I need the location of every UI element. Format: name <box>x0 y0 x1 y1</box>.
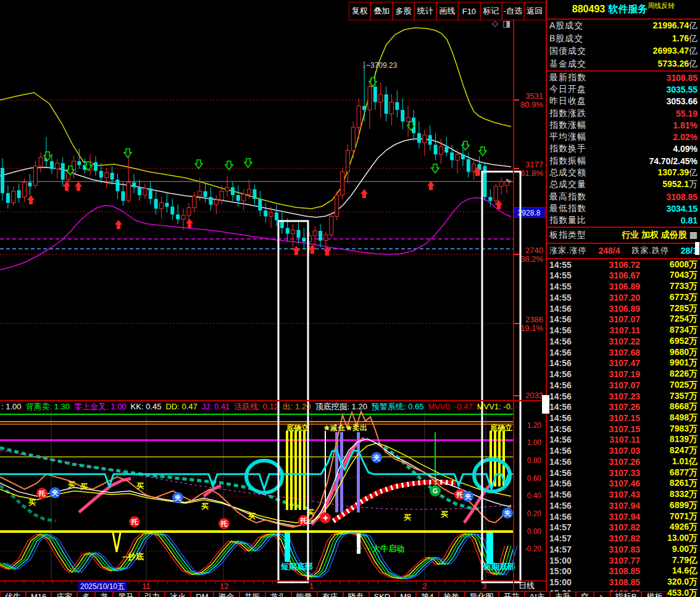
tick-row: 14:563107.158498万 <box>547 412 700 424</box>
quote-row: 指数涨幅1.81% <box>547 119 700 131</box>
tick-price: 3107.68 <box>581 348 640 357</box>
quote-row: A股成交21996.74亿 <box>547 20 700 33</box>
tick-row: 15:003107.777.79亿 <box>547 555 700 566</box>
tick-price: 3107.47 <box>581 358 640 368</box>
bottom-tab-模板[interactable]: 模板 <box>641 591 667 597</box>
tick-price: 3107.26 <box>581 457 640 467</box>
bottom-tab-指标B[interactable]: 指标B <box>610 591 642 597</box>
oscillator-wave <box>6 533 517 579</box>
menu-button--自选[interactable]: -自选 <box>502 2 523 20</box>
bottom-tab-黑马[interactable]: 黑马 <box>113 591 139 597</box>
tick-time: 15:00 <box>549 577 581 587</box>
tick-row: 14:563107.438332万 <box>547 489 700 500</box>
quote-row-label: 国债成交 <box>549 46 586 57</box>
tick-row: 14:563107.268668万 <box>547 401 700 412</box>
tick-time: 14:55 <box>549 260 581 270</box>
bottom-tab-龙头[interactable]: 龙头 <box>265 591 291 597</box>
tick-time: 14:56 <box>549 380 581 390</box>
indicator-scale-label: 0.20 <box>527 509 542 518</box>
indicator-scale-label: 0.60 <box>527 474 542 483</box>
scrollbar-thumb[interactable] <box>695 242 699 255</box>
svg-text:托: 托 <box>456 491 464 498</box>
bottom-tab-冰火[interactable]: 冰火 <box>165 591 191 597</box>
bottom-tab-有庄[interactable]: 有庄 <box>317 591 343 597</box>
grid-icon[interactable]: ▦ <box>690 230 698 240</box>
menu-button-F10[interactable]: F10 <box>458 2 480 20</box>
bottom-tab-M8[interactable]: M8 <box>395 591 416 597</box>
indicator-header: : 1.00背离卖: 1.30零上金叉: 1.00KK: 0.45DD: 0.4… <box>1 401 512 411</box>
tick-price: 3107.82 <box>581 522 640 532</box>
svg-text:托: 托 <box>300 517 307 524</box>
tick-time: 14:56 <box>549 424 581 434</box>
tick-volume: 8247万 <box>640 445 698 456</box>
tick-volume: 8498万 <box>640 412 698 424</box>
fib-price-label: 2740 <box>525 246 543 255</box>
bottom-tab-引力[interactable]: 引力 <box>139 591 165 597</box>
menu-button-统计[interactable]: 统计 <box>414 2 436 20</box>
bottom-tab-AI主[interactable]: AI主 <box>525 591 550 597</box>
bottom-tab-庄家[interactable]: 庄家 <box>51 591 77 597</box>
stair-line <box>0 486 56 521</box>
tick-volume: 9901万 <box>640 357 698 369</box>
buy-text-marker: 买 <box>28 498 36 507</box>
panel-divider-handle[interactable] <box>542 395 549 414</box>
bottom-tab-主升[interactable]: 主升 <box>550 591 576 597</box>
buy-arrow-icon <box>427 181 435 190</box>
menu-button-画线[interactable]: 画线 <box>436 2 458 20</box>
indicator-param: KK: 0.45 <box>131 402 162 411</box>
quote-row-label: B股成交 <box>549 33 583 44</box>
tick-row: 14:553107.206773万 <box>547 292 700 303</box>
quote-row-label: 指数振幅 <box>549 156 586 167</box>
bottom-tab-空[interactable]: 空 <box>576 591 594 597</box>
bottom-tab-共振[interactable]: 共振 <box>240 591 265 597</box>
tick-list[interactable]: 14:553106.726008万14:553106.677043万14:553… <box>547 259 700 597</box>
board-type-row[interactable]: 板指类型 行业 加权 成份股 ▦ <box>547 228 700 244</box>
tick-volume: 7025万 <box>640 380 698 391</box>
tick-time: 14:56 <box>549 446 581 456</box>
axis-month-label: 12 <box>220 582 228 591</box>
svg-text:托: 托 <box>131 518 138 525</box>
bottom-tab-龙[interactable]: 龙 <box>95 591 113 597</box>
bottom-tab-能量[interactable]: 能量 <box>291 591 317 597</box>
tick-volume: 7071万 <box>640 511 698 522</box>
svg-text:夹: 夹 <box>504 509 512 517</box>
bottom-tab-↘[interactable]: ↘ <box>594 591 610 597</box>
tick-price: 3107.26 <box>581 402 640 412</box>
menu-button-多股[interactable]: 多股 <box>393 2 414 20</box>
menu-button-叠加[interactable]: 叠加 <box>370 2 392 20</box>
tick-volume: 6899万 <box>640 500 698 511</box>
tick-time: 14:55 <box>549 270 581 280</box>
turnover-section: A股成交21996.74亿B股成交1.76亿国债成交26993.47亿基金成交5… <box>547 20 700 72</box>
bottom-tab-晓盘[interactable]: 晓盘 <box>343 591 369 597</box>
menu-button-返回[interactable]: 返回 <box>524 2 546 20</box>
indicator-scale-label: 1.20 <box>527 421 542 430</box>
indicator-param: JJ: 0.41 <box>202 402 230 411</box>
buy-arrow-icon <box>309 244 316 254</box>
tick-time: 14:56 <box>549 336 581 346</box>
quote-row-label: 总成交额 <box>549 167 586 178</box>
tick-time: 14:56 <box>549 391 581 401</box>
bottom-tab-开花[interactable]: 开花 <box>499 591 525 597</box>
bottom-tab-M16[interactable]: M16 <box>26 591 51 597</box>
tick-time: 14:56 <box>549 314 581 324</box>
menu-button-标记[interactable]: 标记 <box>480 2 502 20</box>
axis-month-label: 2 <box>422 582 427 591</box>
indicator-scale-label: 0.00 <box>527 527 542 536</box>
bottom-tab-异化图[interactable]: 异化图 <box>465 591 499 597</box>
bottom-tab-抢热[interactable]: 抢热 <box>439 591 465 597</box>
bottom-confirm-label: 底确立 <box>490 424 512 432</box>
bottom-tab-第4[interactable]: 第4 <box>416 591 438 597</box>
menu-button-复权[interactable]: 复权 <box>349 2 370 20</box>
quote-row-value: 3053.66 <box>666 96 698 106</box>
up-count-label: 涨家.涨停 <box>549 245 587 256</box>
tick-price: 3107.11 <box>581 325 640 335</box>
bottom-tab-DM[interactable]: DM <box>191 591 213 597</box>
bottom-tab-SKD[interactable]: SKD <box>369 591 396 597</box>
yellow-signal-bar <box>286 431 288 510</box>
bottom-tab-资金[interactable]: 资金 <box>214 591 240 597</box>
quote-row-label: 最新指数 <box>549 72 586 83</box>
tick-volume: 8261万 <box>640 478 698 489</box>
quote-row-label: 指数换手 <box>549 143 586 154</box>
bottom-tab-伏生[interactable]: 伏生 <box>0 591 26 597</box>
bottom-tab-多[interactable]: 多 <box>77 591 95 597</box>
